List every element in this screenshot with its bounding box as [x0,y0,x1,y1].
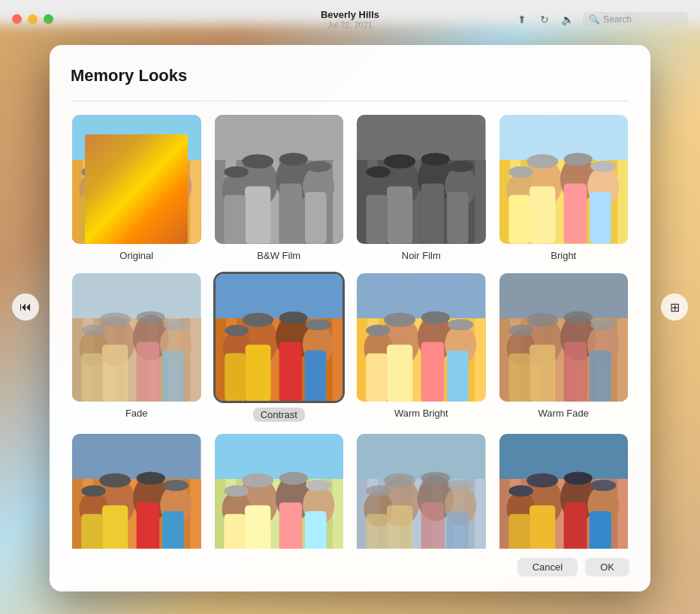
svg-rect-179 [387,345,412,402]
svg-rect-208 [508,353,530,402]
share-icon[interactable]: ⬆ [515,13,529,26]
svg-point-282 [366,486,390,497]
minimize-button[interactable] [28,14,38,24]
svg-rect-285 [447,511,469,549]
svg-point-202 [563,311,592,324]
cancel-button[interactable]: Cancel [517,558,578,576]
svg-point-307 [590,480,616,491]
look-item-cool-fade[interactable]: Cool Fade [355,432,487,549]
photo-original [72,115,201,244]
svg-point-256 [224,486,248,497]
svg-rect-51 [305,192,327,244]
photo-cool-bright [215,434,344,549]
svg-point-46 [279,152,307,165]
svg-rect-233 [162,511,184,549]
search-icon: 🔍 [589,14,600,25]
look-label-warm-bright: Warm Bright [394,408,448,419]
ok-button[interactable]: OK [585,558,629,576]
svg-rect-3 [72,160,83,243]
svg-point-22 [81,167,105,178]
look-thumbnail-cool-bright[interactable] [213,432,345,549]
svg-point-20 [137,152,165,165]
svg-point-74 [366,167,390,178]
photo-warm-contrast [72,434,201,549]
svg-rect-257 [245,505,270,549]
look-item-original[interactable]: Original [71,113,203,261]
photo-cool-fade [357,434,486,549]
svg-rect-259 [305,511,327,549]
svg-rect-283 [387,505,412,549]
svg-point-126 [81,324,105,336]
svg-rect-286 [366,514,388,549]
photo-bright [499,115,629,244]
look-thumbnail-bright[interactable] [498,113,630,245]
look-label-warm-fade: Warm Fade [539,408,589,419]
svg-point-15 [95,158,134,208]
svg-point-150 [279,311,307,324]
svg-point-97 [527,154,558,168]
volume-icon[interactable]: 🔈 [560,13,574,26]
look-item-warm-contrast[interactable]: Warm Contrast [71,432,203,549]
svg-rect-248 [333,479,343,549]
look-item-cool-bright[interactable]: Cool Bright [213,432,345,549]
look-item-warm-bright[interactable]: Warm Bright [355,272,487,423]
look-item-noir-film[interactable]: Noir Film [355,113,487,261]
svg-rect-311 [590,511,611,549]
svg-rect-10 [147,160,158,243]
look-thumbnail-cool-fade[interactable] [355,432,487,549]
close-button[interactable] [12,14,22,24]
svg-point-151 [305,319,330,330]
svg-rect-26 [81,195,103,244]
svg-point-227 [99,473,131,487]
look-label-original: Original [119,250,153,261]
looks-grid: Original [71,113,629,549]
search-placeholder: Search [603,14,632,25]
memory-looks-modal: Memory Looks [50,45,650,591]
look-thumbnail-warm-fade[interactable] [498,272,630,404]
look-thumbnail-contrast[interactable] [213,272,345,404]
svg-point-98 [563,152,592,165]
svg-rect-0 [72,115,201,244]
look-item-bright[interactable]: Bright [498,113,630,261]
svg-point-306 [563,471,592,484]
svg-rect-118 [190,318,201,402]
svg-point-149 [242,312,273,327]
svg-rect-153 [245,345,270,401]
look-thumbnail-cool-contrast[interactable] [498,432,630,549]
look-thumbnail-warm-contrast[interactable] [71,432,203,549]
svg-point-71 [384,154,415,168]
svg-rect-24 [137,183,159,243]
look-item-cool-contrast[interactable]: Cool Contrast [498,432,630,549]
svg-rect-128 [137,342,159,402]
photo-noir [357,115,486,244]
svg-point-48 [224,167,248,178]
svg-point-19 [99,154,131,168]
svg-rect-231 [102,505,128,549]
look-item-contrast[interactable]: Contrast [213,272,345,423]
look-thumbnail-noir-film[interactable] [355,113,487,245]
svg-rect-101 [530,186,555,243]
svg-point-125 [163,318,189,330]
photo-bw [215,115,344,244]
svg-point-45 [242,154,273,168]
look-label-contrast: Contrast [253,408,305,422]
look-item-bw-film[interactable]: B&W Film [213,113,345,261]
rotate-icon[interactable]: ↻ [538,13,551,26]
nav-grid-button[interactable]: ⊞ [661,293,688,321]
look-thumbnail-original[interactable] [71,113,203,245]
look-thumbnail-bw-film[interactable] [213,113,345,245]
svg-rect-309 [530,505,555,549]
svg-rect-207 [590,350,611,402]
svg-point-99 [590,161,616,172]
look-item-warm-fade[interactable]: Warm Fade [498,272,630,423]
traffic-lights [12,14,53,24]
svg-rect-8 [125,160,136,243]
nav-prev-button[interactable]: ⏮ [12,293,39,321]
look-thumbnail-fade[interactable] [71,272,203,404]
look-item-fade[interactable]: Fade [71,272,203,423]
svg-point-176 [421,311,450,324]
svg-point-280 [421,471,450,484]
maximize-button[interactable] [44,14,53,24]
svg-rect-50 [279,183,301,243]
look-thumbnail-warm-bright[interactable] [355,272,487,404]
